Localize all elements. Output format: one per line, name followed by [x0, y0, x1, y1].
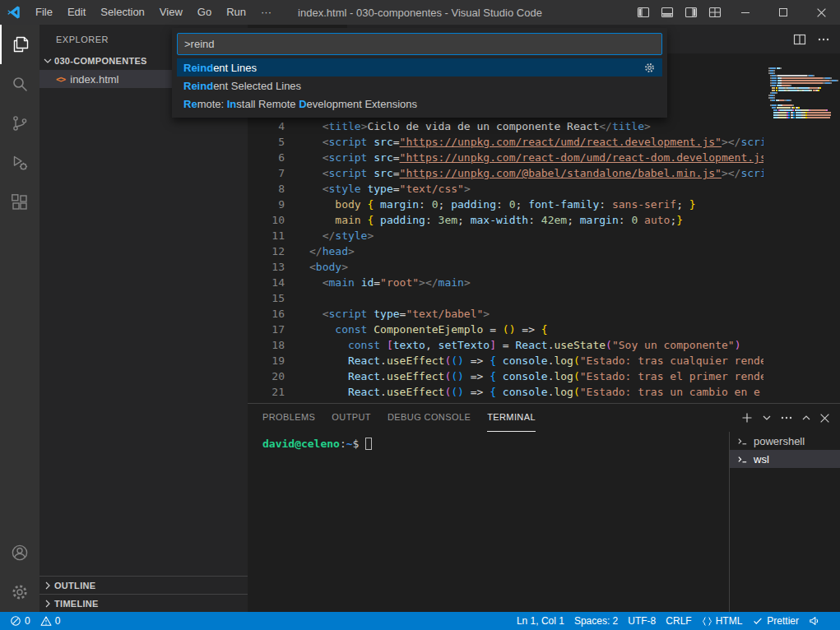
code-line: <script src="https://unpkg.com/react/umd… [309, 134, 840, 150]
vscode-window: FileEditSelectionViewGoRun··· index.html… [0, 0, 840, 630]
panel-tab-terminal[interactable]: TERMINAL [487, 404, 536, 432]
extensions-icon [10, 192, 30, 212]
layout-sidebar-right-button[interactable] [679, 0, 703, 25]
layout-grid-icon [708, 6, 722, 19]
layout-panel-button[interactable] [655, 0, 679, 25]
status-language-mode[interactable]: HTML [697, 612, 748, 630]
menu-file[interactable]: File [28, 0, 60, 25]
terminal-session-label: wsl [754, 453, 769, 466]
section-outline[interactable]: OUTLINE [39, 576, 248, 594]
menu-selection[interactable]: Selection [93, 0, 151, 25]
close-icon [816, 7, 827, 18]
menu-view[interactable]: View [152, 0, 190, 25]
minimap[interactable] [763, 53, 840, 403]
activity-item-run-debug[interactable] [0, 143, 39, 183]
check-icon [752, 615, 763, 627]
line-number: 19 [248, 353, 285, 368]
command-palette-input[interactable] [177, 33, 662, 55]
terminal-session-powershell[interactable]: powershell [730, 432, 840, 450]
section-label: TIMELINE [54, 599, 99, 609]
status-bar-left: 00 [5, 612, 65, 630]
chevron-up-icon [800, 411, 813, 424]
code-line: <style type="text/css"> [309, 181, 840, 197]
html-file-icon: <> [56, 74, 65, 85]
panel-actions [740, 404, 830, 432]
terminal-content[interactable]: david@celeno:~$ [248, 432, 729, 612]
prompt-segment: $ [353, 438, 360, 450]
more-icon [817, 33, 830, 46]
status-prettier[interactable]: Prettier [747, 612, 804, 630]
code-line: <title>Ciclo de vida de un componente Re… [309, 118, 840, 134]
minimize-button[interactable] [726, 0, 764, 25]
line-number: 4 [248, 118, 285, 134]
activity-item-extensions[interactable] [0, 183, 39, 222]
code-editor[interactable]: 123456789101112131415161718192021 <!DOCT… [248, 72, 840, 403]
split-editor-button[interactable] [787, 27, 811, 52]
activity-item-settings[interactable] [0, 572, 39, 612]
activity-item-search[interactable] [0, 64, 39, 104]
status-bar: 00 Ln 1, Col 1Spaces: 2UTF-8CRLFHTMLPret… [0, 612, 840, 630]
terminal-session-wsl[interactable]: wsl [730, 450, 840, 468]
status-label: 0 [55, 615, 61, 627]
status-cursor-position[interactable]: Ln 1, Col 1 [512, 612, 569, 630]
line-number: 13 [248, 259, 285, 275]
terminal-prompt: david@celeno:~$ [262, 437, 729, 452]
palette-item[interactable]: Reindent Lines [177, 58, 662, 76]
status-problems-errors[interactable]: 0 [5, 612, 35, 630]
configure-keybinding-icon[interactable] [643, 62, 656, 74]
more-icon [780, 411, 793, 424]
braces-icon [702, 616, 712, 627]
palette-item[interactable]: Reindent Selected Lines [177, 76, 662, 95]
panel-tab-output[interactable]: OUTPUT [332, 404, 371, 432]
status-feedback[interactable] [804, 612, 825, 630]
close-button[interactable] [802, 0, 840, 25]
status-indentation[interactable]: Spaces: 2 [569, 612, 623, 630]
activity-item-account[interactable] [0, 533, 39, 572]
prompt-segment: : [340, 438, 346, 450]
layout-grid-button[interactable] [703, 0, 726, 25]
panel-more-button[interactable] [780, 411, 793, 424]
terminal-dropdown-button[interactable] [760, 411, 773, 424]
activity-item-source-control[interactable] [0, 104, 39, 143]
status-encoding[interactable]: UTF-8 [623, 612, 661, 630]
layout-sidebar-button[interactable] [631, 0, 655, 25]
line-number: 17 [248, 322, 285, 337]
code-line: <body> [309, 259, 840, 275]
palette-item-label: Reindent Selected Lines [183, 80, 656, 92]
chevron-down-icon [760, 411, 773, 424]
code-line: body { margin: 0; padding: 0; font-famil… [309, 197, 840, 212]
menu-go[interactable]: Go [190, 0, 219, 25]
sidebar-bottom-sections: OUTLINETIMELINE [39, 576, 248, 612]
palette-item-label: Reindent Lines [183, 62, 643, 74]
close-panel-button[interactable] [819, 413, 830, 424]
new-terminal-button[interactable] [740, 411, 754, 424]
menu-more[interactable]: ··· [253, 0, 279, 25]
plus-icon [740, 411, 754, 424]
layout-controls [631, 0, 726, 25]
window-title: index.html - 030-componentes - Visual St… [298, 7, 542, 19]
status-problems-warnings[interactable]: 0 [35, 612, 66, 630]
maximize-panel-button[interactable] [800, 411, 813, 424]
run-debug-icon [10, 153, 30, 173]
palette-item[interactable]: Remote: Install Remote Development Exten… [177, 95, 662, 113]
panel-tab-problems[interactable]: PROBLEMS [262, 404, 315, 432]
line-number: 12 [248, 243, 285, 259]
maximize-button[interactable] [764, 0, 802, 25]
code-line: <script type="text/babel"> [309, 306, 840, 322]
panel-header: PROBLEMSOUTPUTDEBUG CONSOLETERMINAL [248, 404, 840, 432]
code-line: main { padding: 3em; max-width: 42em; ma… [309, 212, 840, 228]
menu-edit[interactable]: Edit [60, 0, 93, 25]
activity-item-explorer[interactable] [0, 25, 39, 64]
section-timeline[interactable]: TIMELINE [39, 594, 248, 612]
activity-bar-top [0, 25, 39, 222]
line-number: 7 [248, 165, 285, 181]
status-notifications[interactable] [825, 612, 835, 630]
prompt-segment: david@celeno [262, 438, 340, 450]
status-label: HTML [716, 615, 743, 627]
close-icon [819, 413, 830, 424]
editor-more-button[interactable] [811, 27, 835, 52]
status-eol[interactable]: CRLF [661, 612, 696, 630]
panel-tab-debug-console[interactable]: DEBUG CONSOLE [388, 404, 471, 432]
menu-run[interactable]: Run [219, 0, 253, 25]
panel-body: david@celeno:~$ powershellwsl [248, 432, 840, 612]
